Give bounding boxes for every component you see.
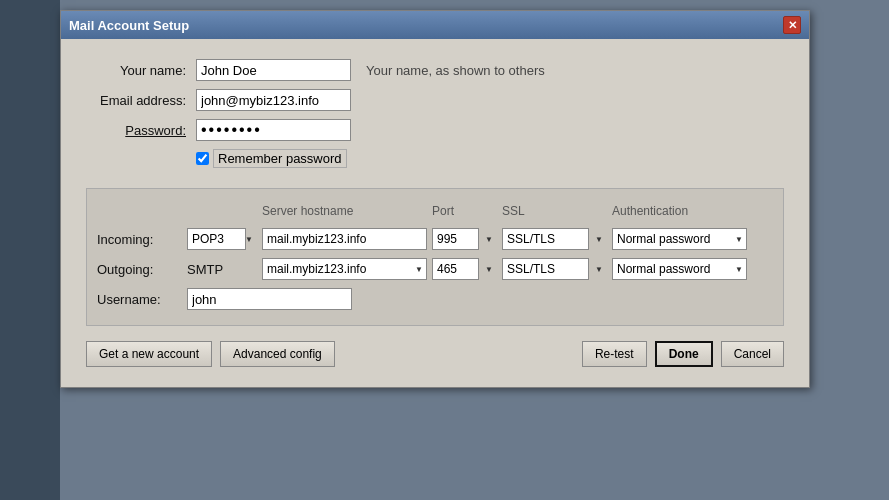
dialog-title: Mail Account Setup <box>69 18 189 33</box>
name-row: Your name: Your name, as shown to others <box>86 59 784 81</box>
outgoing-port-select[interactable]: 465 587 25 <box>432 258 479 280</box>
outgoing-ssl-select[interactable]: SSL/TLS STARTTLS None <box>502 258 589 280</box>
username-label: Username: <box>97 292 187 307</box>
name-input[interactable] <box>196 59 351 81</box>
username-row: Username: <box>97 288 773 310</box>
incoming-label: Incoming: <box>97 232 187 247</box>
server-headers: Server hostname Port SSL Authentication <box>97 204 773 218</box>
outgoing-protocol-text: SMTP <box>187 262 257 277</box>
incoming-auth-select-wrapper[interactable]: Normal password Encrypted password OAuth… <box>612 228 747 250</box>
bottom-buttons: Get a new account Advanced config Re-tes… <box>86 341 784 367</box>
remember-checkbox[interactable] <box>196 152 209 165</box>
incoming-ssl-select-wrapper[interactable]: SSL/TLS STARTTLS None <box>502 228 607 250</box>
username-input[interactable] <box>187 288 352 310</box>
outgoing-auth-select[interactable]: Normal password Encrypted password OAuth… <box>612 258 747 280</box>
incoming-port-select[interactable]: 995 993 110 <box>432 228 479 250</box>
name-label: Your name: <box>86 63 196 78</box>
outgoing-hostname-select[interactable]: mail.mybiz123.info <box>262 258 427 280</box>
outgoing-port-select-wrapper[interactable]: 465 587 25 <box>432 258 497 280</box>
outgoing-label: Outgoing: <box>97 262 187 277</box>
get-account-button[interactable]: Get a new account <box>86 341 212 367</box>
incoming-ssl-select[interactable]: SSL/TLS STARTTLS None <box>502 228 589 250</box>
outgoing-auth-select-wrapper[interactable]: Normal password Encrypted password OAuth… <box>612 258 747 280</box>
server-section: Server hostname Port SSL Authentication … <box>86 188 784 326</box>
outgoing-ssl-select-wrapper[interactable]: SSL/TLS STARTTLS None <box>502 258 607 280</box>
account-form: Your name: Your name, as shown to others… <box>86 59 784 168</box>
dialog-titlebar: Mail Account Setup ✕ <box>61 11 809 39</box>
incoming-auth-select[interactable]: Normal password Encrypted password OAuth… <box>612 228 747 250</box>
mail-account-setup-dialog: Mail Account Setup ✕ Your name: Your nam… <box>60 10 810 388</box>
ssl-header: SSL <box>502 204 607 218</box>
email-label: Email address: <box>86 93 196 108</box>
remember-row: Remember password <box>196 149 784 168</box>
retest-button[interactable]: Re-test <box>582 341 647 367</box>
email-row: Email address: <box>86 89 784 111</box>
name-hint: Your name, as shown to others <box>366 63 545 78</box>
password-label: Password: <box>86 123 196 138</box>
done-button[interactable]: Done <box>655 341 713 367</box>
advanced-config-button[interactable]: Advanced config <box>220 341 335 367</box>
hostname-header: Server hostname <box>262 204 427 218</box>
right-buttons: Re-test Done Cancel <box>582 341 784 367</box>
close-button[interactable]: ✕ <box>783 16 801 34</box>
incoming-hostname-input[interactable] <box>262 228 427 250</box>
port-header: Port <box>432 204 497 218</box>
incoming-row: Incoming: POP3 IMAP 995 993 110 <box>97 228 773 250</box>
email-input[interactable] <box>196 89 351 111</box>
incoming-protocol-select[interactable]: POP3 IMAP <box>187 228 246 250</box>
remember-label: Remember password <box>213 149 347 168</box>
outgoing-row: Outgoing: SMTP mail.mybiz123.info 465 58… <box>97 258 773 280</box>
dialog-body: Your name: Your name, as shown to others… <box>61 39 809 387</box>
left-buttons: Get a new account Advanced config <box>86 341 335 367</box>
password-input[interactable] <box>196 119 351 141</box>
auth-header: Authentication <box>612 204 747 218</box>
incoming-protocol-select-wrapper[interactable]: POP3 IMAP <box>187 228 257 250</box>
outgoing-hostname-select-wrapper[interactable]: mail.mybiz123.info <box>262 258 427 280</box>
cancel-button[interactable]: Cancel <box>721 341 784 367</box>
incoming-port-select-wrapper[interactable]: 995 993 110 <box>432 228 497 250</box>
password-row: Password: <box>86 119 784 141</box>
